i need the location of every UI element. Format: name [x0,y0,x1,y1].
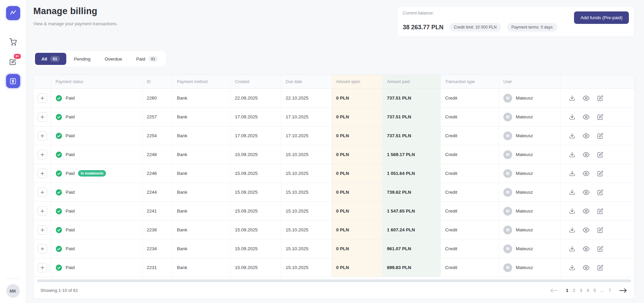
view-transaction-button[interactable] [582,113,590,121]
edit-transaction-button[interactable] [596,264,604,272]
created-date: 15.09.2025 [230,239,281,258]
download-icon [569,208,575,214]
download-invoice-button[interactable] [568,207,576,215]
page-number-3[interactable]: 3 [580,288,582,293]
view-transaction-button[interactable] [582,151,590,159]
download-invoice-button[interactable] [568,151,576,159]
payment-status-label: Paid [66,171,75,176]
page-number-4[interactable]: 4 [586,288,589,293]
table-row: Paid 2234 Bank 15.09.2025 15.10.2025 0 P… [34,239,634,258]
expand-row-button[interactable] [38,112,47,122]
previous-page-button[interactable] [549,288,558,293]
expand-row-button[interactable] [38,150,47,159]
expand-row-button[interactable] [38,263,47,272]
page-number-2[interactable]: 2 [573,288,575,293]
tab-pending[interactable]: Pending [68,53,97,65]
user-avatar: M [503,188,512,197]
user-avatar: M [503,94,512,103]
scrollbar-thumb[interactable] [37,279,631,282]
paid-check-icon [56,170,62,177]
view-transaction-button[interactable] [582,207,590,215]
transaction-id: 2248 [142,145,172,164]
payment-method: Bank [172,202,230,220]
payment-method: Bank [172,145,230,164]
user-menu-avatar[interactable]: MK [6,284,20,298]
amount-open: 0 PLN [331,89,382,107]
arrow-left-icon [549,288,558,293]
user-initial: M [506,228,509,232]
view-transaction-button[interactable] [582,132,590,140]
balance-amount: 38 263.77 PLN [403,24,443,31]
view-transaction-button[interactable] [582,188,590,196]
download-invoice-button[interactable] [568,188,576,196]
plus-icon [40,228,45,232]
page-number-7[interactable]: 7 [608,288,611,293]
view-transaction-button[interactable] [582,264,590,272]
expand-row-button[interactable] [38,93,47,103]
plus-icon [40,96,45,101]
expand-row-button[interactable] [38,244,47,254]
edit-transaction-button[interactable] [596,113,604,121]
payment-status-label: Paid [66,265,75,270]
transaction-id: 2254 [142,126,172,145]
amount-open: 0 PLN [331,164,382,183]
add-funds-button[interactable]: Add funds (Pre-paid) [574,11,629,24]
edit-transaction-button[interactable] [596,94,604,102]
expand-row-button[interactable] [38,225,47,235]
tab-paid[interactable]: Paid 61 [130,53,164,65]
expand-row-button[interactable] [38,206,47,216]
edit-transaction-button[interactable] [596,151,604,159]
download-icon [569,95,575,101]
user-name: Mateusz [516,227,533,232]
tab-all[interactable]: All 61 [35,53,66,65]
page-number-5[interactable]: 5 [594,288,596,293]
expand-row-button[interactable] [38,188,47,197]
view-transaction-button[interactable] [582,169,590,178]
amount-open: 0 PLN [331,183,382,201]
tab-label: Overdue [105,56,122,62]
user-name: Mateusz [516,152,533,157]
header-amount-open: Amount open [331,75,382,88]
horizontal-scrollbar[interactable] [37,279,631,282]
sidebar-item-orders[interactable]: 9+ [6,54,20,69]
page-subtitle: View & manage your payment transactions. [33,21,118,26]
edit-transaction-button[interactable] [596,188,604,196]
download-invoice-button[interactable] [568,113,576,121]
header-due-date: Due date [281,75,331,88]
download-invoice-button[interactable] [568,226,576,234]
expand-row-button[interactable] [38,169,47,178]
user-initial: M [506,96,509,101]
download-invoice-button[interactable] [568,264,576,272]
user-name: Mateusz [516,246,533,251]
download-invoice-button[interactable] [568,169,576,178]
page-number-1[interactable]: 1 [566,288,569,293]
expand-row-button[interactable] [38,131,47,141]
view-transaction-button[interactable] [582,245,590,253]
pagination: 1 2 3 4 5 ... 7 [549,288,628,293]
transaction-id: 2244 [142,183,172,201]
amount-paid: 739.62 PLN [382,183,440,201]
tab-overdue[interactable]: Overdue [98,53,129,65]
edit-transaction-button[interactable] [596,207,604,215]
edit-transaction-button[interactable] [596,169,604,178]
amount-open: 0 PLN [331,108,382,126]
sidebar-item-shop[interactable] [6,35,20,49]
edit-transaction-button[interactable] [596,132,604,140]
instalments-badge: In instalments [78,170,106,177]
next-page-button[interactable] [619,288,628,293]
amount-open: 0 PLN [331,239,382,258]
view-transaction-button[interactable] [582,94,590,102]
edit-transaction-button[interactable] [596,245,604,253]
transaction-type: Credit [440,202,499,220]
plus-icon [40,209,45,214]
download-invoice-button[interactable] [568,94,576,102]
view-transaction-button[interactable] [582,226,590,234]
edit-transaction-button[interactable] [596,226,604,234]
table-row: Paid In instalments 2246 Bank 15.09.2025… [34,164,634,183]
user-name: Mateusz [516,114,533,119]
app-logo[interactable] [6,6,20,20]
download-invoice-button[interactable] [568,245,576,253]
sidebar-item-billing[interactable] [6,74,20,88]
download-invoice-button[interactable] [568,132,576,140]
amount-open: 0 PLN [331,126,382,145]
